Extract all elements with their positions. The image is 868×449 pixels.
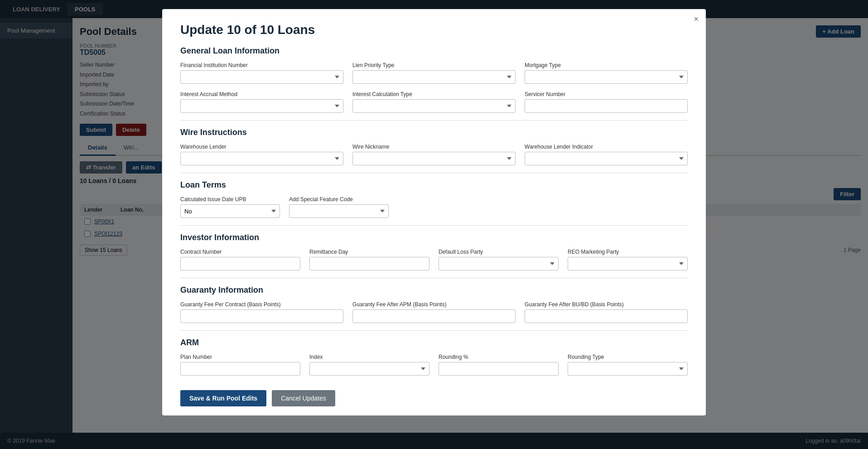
index-group: Index [309,354,429,376]
remittance-day-group: Remittance Day [309,249,429,270]
servicer-number-label: Servicer Number [525,91,688,97]
general-loan-info-title: General Loan Information [180,46,688,56]
servicer-number-group: Servicer Number [525,91,688,113]
cancel-updates-button[interactable]: Cancel Updates [272,390,335,406]
loan-terms-row-1: Calculated Issue Date UPB No Yes Add Spe… [180,196,688,218]
rounding-percent[interactable] [439,362,559,376]
general-loan-row-1: Financial Institution Number Lien Priori… [180,62,688,84]
guaranty-fee-after-apm[interactable] [352,309,516,323]
modal-overlay: × Update 10 of 10 Loans General Loan Inf… [0,0,868,449]
arm-title: ARM [180,338,688,348]
guaranty-fee-apm-group: Guaranty Fee After APM (Basis Points) [352,301,516,323]
lien-priority-label: Lien Priority Type [352,62,516,68]
calculated-issue-date-group: Calculated Issue Date UPB No Yes [180,196,280,218]
financial-institution-group: Financial Institution Number [180,62,343,84]
mortgage-type[interactable] [525,70,688,84]
warehouse-lender-indicator[interactable] [525,152,688,165]
reo-marketing-label: REO Marketing Party [568,249,688,255]
guaranty-info-title: Guaranty Information [180,285,688,295]
index-label: Index [309,354,429,360]
calculated-issue-date-label: Calculated Issue Date UPB [180,196,280,203]
modal-title: Update 10 of 10 Loans [180,23,688,37]
modal-close-button[interactable]: × [694,14,699,24]
default-loss-group: Default Loss Party [439,249,559,270]
index[interactable] [309,362,429,376]
rounding-type-label: Rounding Type [568,354,688,360]
plan-number-label: Plan Number [180,354,300,360]
reo-marketing-party[interactable] [568,257,688,270]
mortgage-type-group: Mortgage Type [525,62,688,84]
general-loan-row-2: Interest Accrual Method Interest Calcula… [180,91,688,113]
warehouse-lender[interactable] [180,152,343,165]
default-loss-label: Default Loss Party [439,249,559,255]
contract-number-label: Contract Number [180,249,300,255]
plan-number-group: Plan Number [180,354,300,376]
guaranty-fee-bubd-group: Guaranty Fee After BU/BD (Basis Points) [525,301,688,323]
wire-nickname[interactable] [352,152,516,165]
interest-accrual-method[interactable] [180,99,343,113]
investor-row-1: Contract Number Remittance Day Default L… [180,249,688,270]
guaranty-fee-apm-label: Guaranty Fee After APM (Basis Points) [352,301,516,308]
add-special-feature-code[interactable] [289,204,389,218]
remittance-day-label: Remittance Day [309,249,429,255]
default-loss-party[interactable] [439,257,559,270]
guaranty-fee-per-contract[interactable] [180,309,343,323]
investor-info-title: Investor Information [180,233,688,242]
guaranty-fee-bubd-label: Guaranty Fee After BU/BD (Basis Points) [525,301,688,308]
servicer-number[interactable] [525,99,688,113]
calculated-issue-date-upb[interactable]: No Yes [180,204,280,218]
financial-institution-label: Financial Institution Number [180,62,343,68]
guaranty-fee-per-contract-group: Guaranty Fee Per Contract (Basis Points) [180,301,343,323]
financial-institution-number[interactable] [180,70,343,84]
rounding-percent-group: Rounding % [439,354,559,376]
guaranty-row-1: Guaranty Fee Per Contract (Basis Points)… [180,301,688,323]
wire-nickname-label: Wire Nickname [352,144,516,150]
loan-terms-title: Loan Terms [180,180,688,190]
arm-row-1: Plan Number Index Rounding % Rounding Ty… [180,354,688,376]
wire-nickname-group: Wire Nickname [352,144,516,165]
interest-calculation-group: Interest Calculation Type [352,91,516,113]
rounding-percent-label: Rounding % [439,354,559,360]
wire-instructions-title: Wire Instructions [180,128,688,137]
contract-number-group: Contract Number [180,249,300,270]
lien-priority-type[interactable] [352,70,516,84]
special-feature-label: Add Special Feature Code [289,196,389,203]
special-feature-group: Add Special Feature Code [289,196,389,218]
warehouse-lender-group: Warehouse Lender [180,144,343,165]
rounding-type-group: Rounding Type [568,354,688,376]
interest-accrual-label: Interest Accrual Method [180,91,343,97]
plan-number[interactable] [180,362,300,376]
warehouse-lender-label: Warehouse Lender [180,144,343,150]
warehouse-lender-indicator-label: Warehouse Lender Indicator [525,144,688,150]
lien-priority-group: Lien Priority Type [352,62,516,84]
modal-footer: Save & Run Pool Edits Cancel Updates [180,383,688,406]
interest-calculation-label: Interest Calculation Type [352,91,516,97]
interest-accrual-group: Interest Accrual Method [180,91,343,113]
save-run-pool-edits-button[interactable]: Save & Run Pool Edits [180,390,266,406]
mortgage-type-label: Mortgage Type [525,62,688,68]
guaranty-fee-after-bubd[interactable] [525,309,688,323]
warehouse-lender-indicator-group: Warehouse Lender Indicator [525,144,688,165]
rounding-type[interactable] [568,362,688,376]
modal-dialog: × Update 10 of 10 Loans General Loan Inf… [162,9,706,415]
wire-row-1: Warehouse Lender Wire Nickname Warehouse… [180,144,688,165]
remittance-day[interactable] [309,257,429,270]
guaranty-fee-per-contract-label: Guaranty Fee Per Contract (Basis Points) [180,301,343,308]
interest-calculation-type[interactable] [352,99,516,113]
contract-number[interactable] [180,257,300,270]
reo-marketing-group: REO Marketing Party [568,249,688,270]
